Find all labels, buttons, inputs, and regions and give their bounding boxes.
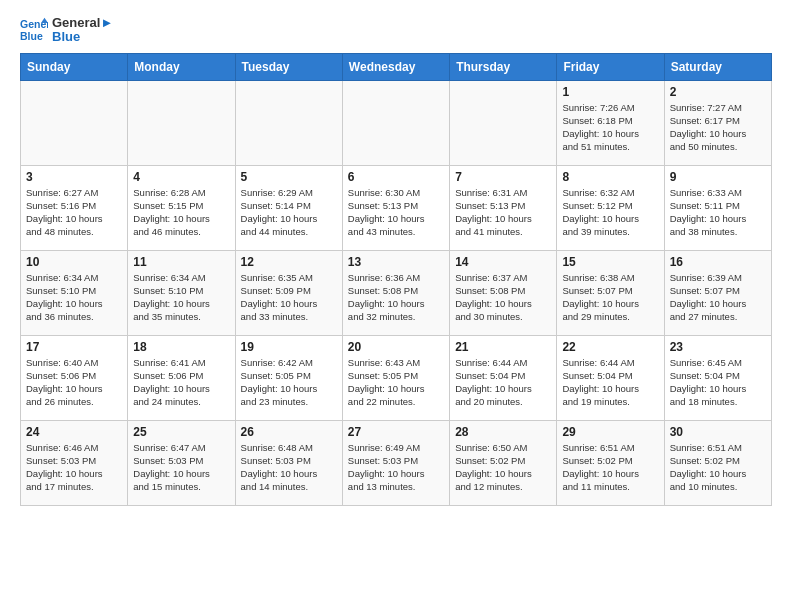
calendar-cell: 5Sunrise: 6:29 AM Sunset: 5:14 PM Daylig…: [235, 165, 342, 250]
day-number: 10: [26, 255, 122, 269]
day-number: 17: [26, 340, 122, 354]
week-row-2: 3Sunrise: 6:27 AM Sunset: 5:16 PM Daylig…: [21, 165, 772, 250]
day-info: Sunrise: 6:34 AM Sunset: 5:10 PM Dayligh…: [26, 271, 122, 324]
weekday-header-row: SundayMondayTuesdayWednesdayThursdayFrid…: [21, 53, 772, 80]
day-info: Sunrise: 6:43 AM Sunset: 5:05 PM Dayligh…: [348, 356, 444, 409]
day-number: 9: [670, 170, 766, 184]
day-info: Sunrise: 6:40 AM Sunset: 5:06 PM Dayligh…: [26, 356, 122, 409]
day-number: 28: [455, 425, 551, 439]
day-number: 1: [562, 85, 658, 99]
day-info: Sunrise: 6:31 AM Sunset: 5:13 PM Dayligh…: [455, 186, 551, 239]
calendar-cell: 9Sunrise: 6:33 AM Sunset: 5:11 PM Daylig…: [664, 165, 771, 250]
day-info: Sunrise: 6:46 AM Sunset: 5:03 PM Dayligh…: [26, 441, 122, 494]
calendar-cell: 28Sunrise: 6:50 AM Sunset: 5:02 PM Dayli…: [450, 420, 557, 505]
calendar-cell: 21Sunrise: 6:44 AM Sunset: 5:04 PM Dayli…: [450, 335, 557, 420]
day-info: Sunrise: 6:47 AM Sunset: 5:03 PM Dayligh…: [133, 441, 229, 494]
calendar-cell: 29Sunrise: 6:51 AM Sunset: 5:02 PM Dayli…: [557, 420, 664, 505]
day-info: Sunrise: 6:42 AM Sunset: 5:05 PM Dayligh…: [241, 356, 337, 409]
day-info: Sunrise: 6:44 AM Sunset: 5:04 PM Dayligh…: [455, 356, 551, 409]
day-info: Sunrise: 6:39 AM Sunset: 5:07 PM Dayligh…: [670, 271, 766, 324]
day-number: 14: [455, 255, 551, 269]
week-row-3: 10Sunrise: 6:34 AM Sunset: 5:10 PM Dayli…: [21, 250, 772, 335]
day-info: Sunrise: 6:33 AM Sunset: 5:11 PM Dayligh…: [670, 186, 766, 239]
weekday-header-tuesday: Tuesday: [235, 53, 342, 80]
day-number: 12: [241, 255, 337, 269]
calendar-cell: 23Sunrise: 6:45 AM Sunset: 5:04 PM Dayli…: [664, 335, 771, 420]
day-info: Sunrise: 6:30 AM Sunset: 5:13 PM Dayligh…: [348, 186, 444, 239]
day-info: Sunrise: 7:26 AM Sunset: 6:18 PM Dayligh…: [562, 101, 658, 154]
day-info: Sunrise: 6:36 AM Sunset: 5:08 PM Dayligh…: [348, 271, 444, 324]
logo: General Blue General► Blue: [20, 16, 113, 45]
day-number: 15: [562, 255, 658, 269]
day-number: 24: [26, 425, 122, 439]
calendar-cell: 8Sunrise: 6:32 AM Sunset: 5:12 PM Daylig…: [557, 165, 664, 250]
day-number: 26: [241, 425, 337, 439]
week-row-4: 17Sunrise: 6:40 AM Sunset: 5:06 PM Dayli…: [21, 335, 772, 420]
day-info: Sunrise: 6:48 AM Sunset: 5:03 PM Dayligh…: [241, 441, 337, 494]
day-number: 22: [562, 340, 658, 354]
calendar-table: SundayMondayTuesdayWednesdayThursdayFrid…: [20, 53, 772, 506]
day-info: Sunrise: 6:51 AM Sunset: 5:02 PM Dayligh…: [670, 441, 766, 494]
day-number: 2: [670, 85, 766, 99]
day-info: Sunrise: 6:44 AM Sunset: 5:04 PM Dayligh…: [562, 356, 658, 409]
day-number: 3: [26, 170, 122, 184]
day-number: 11: [133, 255, 229, 269]
day-number: 20: [348, 340, 444, 354]
calendar-cell: 19Sunrise: 6:42 AM Sunset: 5:05 PM Dayli…: [235, 335, 342, 420]
calendar-cell: 2Sunrise: 7:27 AM Sunset: 6:17 PM Daylig…: [664, 80, 771, 165]
day-number: 5: [241, 170, 337, 184]
day-number: 25: [133, 425, 229, 439]
calendar-cell: [235, 80, 342, 165]
day-info: Sunrise: 6:35 AM Sunset: 5:09 PM Dayligh…: [241, 271, 337, 324]
page-header: General Blue General► Blue: [20, 16, 772, 45]
day-info: Sunrise: 6:41 AM Sunset: 5:06 PM Dayligh…: [133, 356, 229, 409]
calendar-cell: 16Sunrise: 6:39 AM Sunset: 5:07 PM Dayli…: [664, 250, 771, 335]
day-number: 7: [455, 170, 551, 184]
weekday-header-monday: Monday: [128, 53, 235, 80]
calendar-cell: 12Sunrise: 6:35 AM Sunset: 5:09 PM Dayli…: [235, 250, 342, 335]
calendar-cell: 11Sunrise: 6:34 AM Sunset: 5:10 PM Dayli…: [128, 250, 235, 335]
calendar-cell: [450, 80, 557, 165]
day-info: Sunrise: 6:27 AM Sunset: 5:16 PM Dayligh…: [26, 186, 122, 239]
day-number: 18: [133, 340, 229, 354]
calendar-cell: 24Sunrise: 6:46 AM Sunset: 5:03 PM Dayli…: [21, 420, 128, 505]
day-number: 29: [562, 425, 658, 439]
day-number: 30: [670, 425, 766, 439]
week-row-5: 24Sunrise: 6:46 AM Sunset: 5:03 PM Dayli…: [21, 420, 772, 505]
day-number: 6: [348, 170, 444, 184]
day-number: 27: [348, 425, 444, 439]
calendar-cell: 26Sunrise: 6:48 AM Sunset: 5:03 PM Dayli…: [235, 420, 342, 505]
calendar-cell: 25Sunrise: 6:47 AM Sunset: 5:03 PM Dayli…: [128, 420, 235, 505]
day-number: 23: [670, 340, 766, 354]
day-info: Sunrise: 6:34 AM Sunset: 5:10 PM Dayligh…: [133, 271, 229, 324]
day-info: Sunrise: 7:27 AM Sunset: 6:17 PM Dayligh…: [670, 101, 766, 154]
calendar-cell: 7Sunrise: 6:31 AM Sunset: 5:13 PM Daylig…: [450, 165, 557, 250]
calendar-cell: 20Sunrise: 6:43 AM Sunset: 5:05 PM Dayli…: [342, 335, 449, 420]
day-number: 19: [241, 340, 337, 354]
calendar-cell: 22Sunrise: 6:44 AM Sunset: 5:04 PM Dayli…: [557, 335, 664, 420]
day-info: Sunrise: 6:49 AM Sunset: 5:03 PM Dayligh…: [348, 441, 444, 494]
calendar-cell: 4Sunrise: 6:28 AM Sunset: 5:15 PM Daylig…: [128, 165, 235, 250]
calendar-cell: 18Sunrise: 6:41 AM Sunset: 5:06 PM Dayli…: [128, 335, 235, 420]
day-info: Sunrise: 6:28 AM Sunset: 5:15 PM Dayligh…: [133, 186, 229, 239]
day-info: Sunrise: 6:38 AM Sunset: 5:07 PM Dayligh…: [562, 271, 658, 324]
day-info: Sunrise: 6:29 AM Sunset: 5:14 PM Dayligh…: [241, 186, 337, 239]
calendar-cell: 17Sunrise: 6:40 AM Sunset: 5:06 PM Dayli…: [21, 335, 128, 420]
calendar-cell: [342, 80, 449, 165]
calendar-cell: 14Sunrise: 6:37 AM Sunset: 5:08 PM Dayli…: [450, 250, 557, 335]
calendar-cell: 6Sunrise: 6:30 AM Sunset: 5:13 PM Daylig…: [342, 165, 449, 250]
calendar-cell: 30Sunrise: 6:51 AM Sunset: 5:02 PM Dayli…: [664, 420, 771, 505]
day-number: 13: [348, 255, 444, 269]
day-number: 16: [670, 255, 766, 269]
weekday-header-sunday: Sunday: [21, 53, 128, 80]
logo-icon: General Blue: [20, 16, 48, 44]
calendar-cell: 15Sunrise: 6:38 AM Sunset: 5:07 PM Dayli…: [557, 250, 664, 335]
week-row-1: 1Sunrise: 7:26 AM Sunset: 6:18 PM Daylig…: [21, 80, 772, 165]
calendar-cell: [21, 80, 128, 165]
svg-text:Blue: Blue: [20, 30, 43, 42]
calendar-cell: 3Sunrise: 6:27 AM Sunset: 5:16 PM Daylig…: [21, 165, 128, 250]
day-number: 4: [133, 170, 229, 184]
logo-text: General► Blue: [52, 16, 113, 45]
calendar-cell: 27Sunrise: 6:49 AM Sunset: 5:03 PM Dayli…: [342, 420, 449, 505]
weekday-header-wednesday: Wednesday: [342, 53, 449, 80]
